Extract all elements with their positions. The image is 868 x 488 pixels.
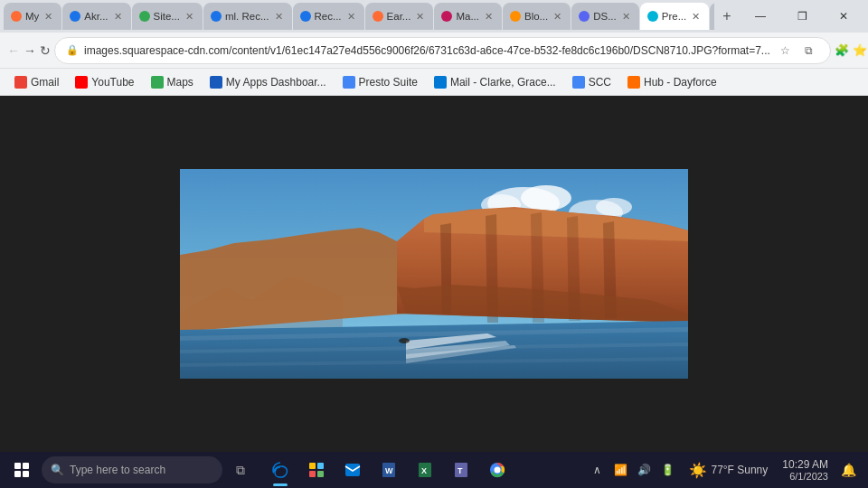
taskbar-app-excel[interactable]: X [407,452,443,488]
tab-close-rec[interactable]: ✕ [345,11,357,23]
taskbar-app-word[interactable]: W [371,452,407,488]
clock-date: 6/1/2023 [789,471,828,482]
tab-blo[interactable]: Blo... ✕ [503,3,571,30]
photo-image [180,169,688,379]
extensions-icon[interactable]: 🧩 [835,41,849,61]
tab-favicon-ds [579,11,590,22]
favorites-icon[interactable]: ⭐ [853,41,867,61]
taskbar-search-placeholder: Type here to search [70,464,165,476]
tab-my[interactable]: My ✕ [4,3,61,30]
tab-ml[interactable]: ml. Rec... ✕ [203,3,292,30]
clock[interactable]: 10:29 AM 6/1/2023 [778,458,832,482]
tab-label-blo: Blo... [524,11,548,22]
close-button[interactable]: ✕ [823,0,864,33]
tab-label-rec: Rec... [315,11,342,22]
svg-text:T: T [458,466,463,475]
bookmark-label-1: YouTube [91,76,134,89]
tab-site[interactable]: Site... ✕ [132,3,203,30]
tab-favicon-rec [300,11,311,22]
bookmark-favicon-5 [434,76,447,89]
taskbar-search-box[interactable]: 🔍 Type here to search [42,456,222,483]
lock-icon: 🔒 [66,44,79,56]
bookmark-favicon-0 [14,76,27,89]
tab-bar: My ✕ Akr... ✕ Site... ✕ ml. Rec... ✕ Rec… [0,0,868,33]
taskbar-app-chrome[interactable] [479,452,515,488]
bookmark-2[interactable]: Maps [144,74,201,90]
taskbar-app-explorer[interactable] [298,452,335,488]
tab-label-site: Site... [154,11,180,22]
notification-button[interactable]: 🔔 [835,455,861,484]
tab-close-ds[interactable]: ✕ [620,11,632,23]
split-screen-icon[interactable]: ⧉ [799,41,819,61]
network-icon[interactable]: 📶 [609,455,631,484]
svg-text:X: X [421,466,427,475]
minimize-button[interactable]: — [740,0,781,33]
weather-widget[interactable]: ☀️ 77°F Sunny [682,462,775,479]
tab-favicon-site [139,11,150,22]
url-text: images.squarespace-cdn.com/content/v1/61… [84,44,770,57]
tray-arrow-icon[interactable]: ∧ [586,455,608,484]
tab-close-ear[interactable]: ✕ [414,11,426,23]
svg-text:W: W [385,466,393,475]
bookmark-favicon-1 [75,76,88,89]
svg-rect-11 [345,464,360,476]
tab-ear[interactable]: Ear... ✕ [365,3,434,30]
bookmark-5[interactable]: Mail - Clarke, Grace... [427,74,563,90]
taskbar-app-outlook[interactable] [335,452,371,488]
tab-close-pre[interactable]: ✕ [690,11,702,23]
tab-close-ml[interactable]: ✕ [273,11,285,23]
tab-ma[interactable]: Ma... ✕ [434,3,502,30]
bookmark-6[interactable]: SCC [565,74,618,90]
new-tab-button[interactable]: + [714,4,740,29]
url-bar[interactable]: 🔒 images.squarespace-cdn.com/content/v1/… [54,37,831,64]
tab-akr[interactable]: Akr... ✕ [62,3,130,30]
tab-label-ear: Ear... [387,11,411,22]
volume-icon[interactable]: 🔊 [633,455,655,484]
back-button[interactable]: ← [7,38,20,63]
tab-favicon-ml [211,11,222,22]
bookmark-7[interactable]: Hub - Dayforce [620,74,724,90]
window-controls: — ❒ ✕ [740,0,864,33]
tab-close-akr[interactable]: ✕ [112,11,124,23]
svg-rect-8 [317,463,324,469]
forward-button[interactable]: → [24,38,36,63]
tab-close-site[interactable]: ✕ [184,11,195,23]
bookmark-favicon-4 [343,76,355,89]
tab-rec[interactable]: Rec... ✕ [293,3,364,30]
search-icon: 🔍 [51,464,64,476]
taskbar-pinned-apps: WXT [262,452,515,488]
tab-close-ma[interactable]: ✕ [483,11,495,23]
tab-close-my[interactable]: ✕ [42,11,54,23]
bookmark-favicon-7 [627,76,640,89]
restore-button[interactable]: ❒ [781,0,823,33]
tab-favicon-ma [441,11,452,22]
tab-ds[interactable]: DS... ✕ [571,3,639,30]
taskbar-right: ∧ 📶 🔊 🔋 ☀️ 77°F Sunny 10:29 AM 6/1/2023 … [586,455,864,484]
reload-button[interactable]: ↻ [40,38,51,63]
tab-pre[interactable]: Pre... ✕ [640,3,709,30]
taskbar: 🔍 Type here to search ⧉ WXT ∧ 📶 🔊 🔋 ☀️ 7… [0,452,868,488]
start-button[interactable] [4,452,40,488]
tab-edi[interactable]: Edi... ✕ [710,3,714,30]
bookmark-1[interactable]: YouTube [68,74,141,90]
tab-favicon-pre [647,11,658,22]
svg-point-2 [521,185,571,211]
bookmark-star-icon[interactable]: ☆ [776,41,796,61]
battery-icon[interactable]: 🔋 [656,455,678,484]
tab-favicon-blo [510,11,521,22]
bookmark-3[interactable]: My Apps Dashboar... [203,74,334,90]
svg-point-6 [399,338,410,343]
bookmark-label-6: SCC [589,76,611,89]
taskbar-app-edge[interactable] [262,452,298,488]
taskbar-app-teams[interactable]: T [443,452,479,488]
bookmark-label-4: Presto Suite [359,76,418,89]
bookmark-label-0: Gmail [31,76,59,89]
windows-logo-icon [14,463,29,477]
main-content [0,96,868,452]
bookmark-favicon-6 [572,76,585,89]
bookmark-4[interactable]: Presto Suite [335,74,425,90]
bookmark-0[interactable]: Gmail [7,74,66,90]
tab-close-blo[interactable]: ✕ [552,11,563,23]
task-view-button[interactable]: ⧉ [224,454,257,486]
weather-text: 77°F Sunny [711,464,768,476]
